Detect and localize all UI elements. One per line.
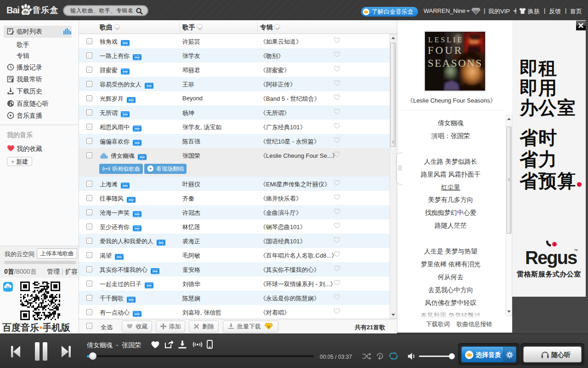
svg-text:Regus: Regus (525, 247, 577, 268)
svg-text:FOUR: FOUR (428, 45, 463, 56)
svg-text:SEASONS: SEASONS (428, 58, 483, 69)
svg-text:V: V (267, 325, 270, 329)
svg-text:™: ™ (574, 248, 578, 253)
svg-text:LESLIE: LESLIE (428, 36, 464, 44)
svg-text:1: 1 (379, 354, 381, 358)
svg-text:V: V (475, 10, 477, 14)
svg-text:du: du (6, 285, 10, 288)
